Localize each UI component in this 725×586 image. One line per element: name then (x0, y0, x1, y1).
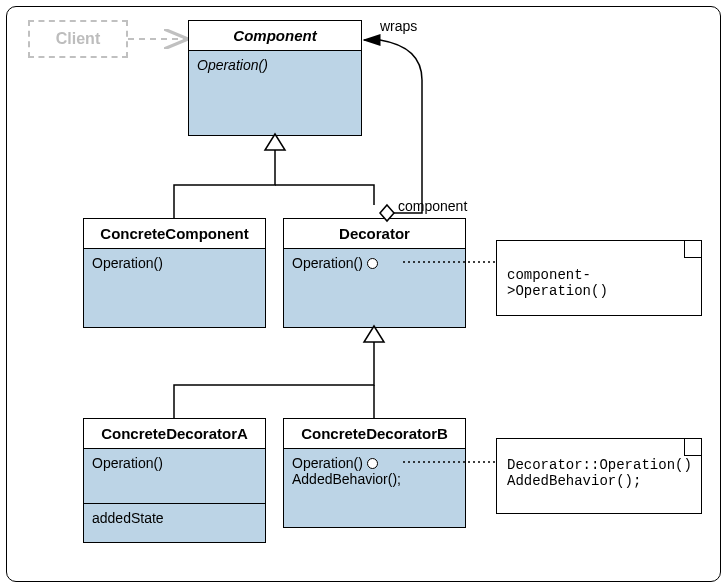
note-cdb: Decorator::Operation() AddedBehavior(); (496, 438, 702, 514)
class-concrete-decorator-b: ConcreteDecoratorB Operation() AddedBeha… (283, 418, 466, 528)
class-decorator: Decorator Operation() (283, 218, 466, 328)
label-component: component (398, 198, 467, 214)
class-concrete-decorator-a: ConcreteDecoratorA Operation() addedStat… (83, 418, 266, 543)
cdb-op-ring-icon (367, 458, 378, 469)
concrete-component-op: Operation() (84, 249, 265, 277)
note2-line1: Decorator::Operation() (507, 457, 691, 473)
cdb-op-text: Operation() (292, 455, 363, 471)
cda-title: ConcreteDecoratorA (84, 419, 265, 449)
cda-op: Operation() (84, 449, 265, 503)
decorator-title: Decorator (284, 219, 465, 249)
decorator-op-ring-icon (367, 258, 378, 269)
class-concrete-component: ConcreteComponent Operation() (83, 218, 266, 328)
cdb-title: ConcreteDecoratorB (284, 419, 465, 449)
cda-state: addedState (84, 504, 265, 542)
note-fold-icon (684, 241, 701, 258)
component-op: Operation() (189, 51, 361, 79)
concrete-component-title: ConcreteComponent (84, 219, 265, 249)
cdb-ops: Operation() AddedBehavior(); (284, 449, 465, 493)
client-label: Client (56, 30, 100, 47)
note-fold-icon-2 (684, 439, 701, 456)
cdb-behavior-text: AddedBehavior(); (292, 471, 401, 487)
decorator-op: Operation() (284, 249, 465, 277)
note2-line2: AddedBehavior(); (507, 473, 691, 489)
label-wraps: wraps (380, 18, 417, 34)
note1-text: component->Operation() (507, 267, 691, 299)
note-component-op: component->Operation() (496, 240, 702, 316)
class-component: Component Operation() (188, 20, 362, 136)
decorator-op-text: Operation() (292, 255, 363, 271)
client-box: Client (28, 20, 128, 58)
component-title: Component (189, 21, 361, 51)
